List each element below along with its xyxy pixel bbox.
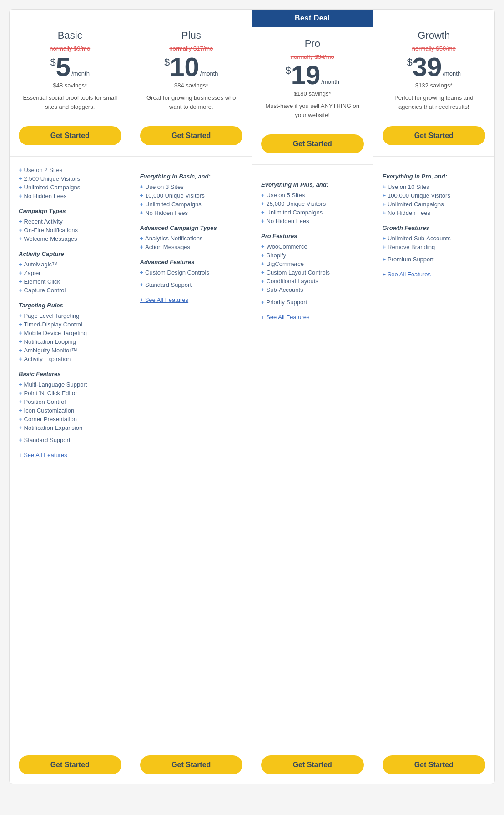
feature-item: +Use on 10 Sites — [383, 183, 486, 191]
feature-item: +No Hidden Fees — [140, 209, 243, 217]
feature-text: Corner Presentation — [24, 416, 77, 423]
feature-text: 10,000 Unique Visitors — [145, 192, 205, 199]
price-display-pro: $ 19 /month — [261, 62, 364, 88]
plus-icon: + — [19, 416, 22, 423]
plus-icon: + — [140, 192, 144, 199]
plan-footer-basic: Get Started — [10, 748, 131, 784]
price-amount-growth: 39 — [413, 54, 442, 80]
plus-icon: + — [19, 424, 22, 431]
feature-text: Use on 5 Sites — [267, 192, 305, 199]
plus-icon: + — [383, 192, 386, 199]
feature-item: +Priority Support — [261, 298, 364, 306]
feature-text: Recent Activity — [24, 218, 63, 225]
feature-item: +No Hidden Fees — [261, 217, 364, 225]
feature-section: Targeting Rules — [19, 302, 121, 309]
get-started-btn-bottom-basic[interactable]: Get Started — [19, 755, 121, 774]
plan-col-plus: Plusnormally $17/mo $ 10 /month $84 savi… — [131, 10, 252, 784]
feature-item: +Custom Design Controls — [140, 268, 243, 277]
plus-icon: + — [19, 398, 22, 405]
price-amount-pro: 19 — [291, 62, 321, 88]
feature-text: Use on 3 Sites — [145, 183, 184, 190]
feature-item: +Unlimited Campaigns — [140, 200, 243, 209]
feature-text: No Hidden Fees — [24, 193, 67, 199]
feature-text: Custom Design Controls — [145, 269, 209, 276]
feature-text: Icon Customization — [24, 407, 75, 414]
feature-item: +Action Messages — [140, 243, 243, 251]
plus-icon: + — [19, 167, 22, 173]
savings-plus: $84 savings* — [140, 82, 243, 89]
feature-item: +No Hidden Fees — [19, 192, 121, 200]
plus-icon: + — [140, 235, 144, 242]
feature-text: Unlimited Campaigns — [24, 184, 81, 191]
see-all-link-basic[interactable]: + See All Features — [19, 452, 67, 458]
feature-text: No Hidden Fees — [267, 218, 309, 224]
feature-section: Campaign Types — [19, 208, 121, 214]
plus-icon: + — [261, 278, 265, 285]
see-all-link-plus[interactable]: + See All Features — [140, 296, 189, 303]
pricing-grid: Basicnormally $9/mo $ 5 /month $48 savin… — [10, 10, 494, 784]
original-price-pro: normally $34/mo — [261, 53, 364, 60]
see-all-link-pro[interactable]: + See All Features — [261, 314, 310, 321]
price-dollar-basic: $ — [50, 57, 56, 67]
plan-header-pro: Pronormally $34/mo $ 19 /month $180 savi… — [252, 27, 373, 165]
feature-item: +WooCommerce — [261, 242, 364, 251]
plus-icon: + — [140, 209, 144, 216]
plus-icon: + — [261, 252, 265, 259]
price-display-basic: $ 5 /month — [19, 54, 121, 80]
price-period-basic: /month — [71, 71, 90, 76]
plus-icon: + — [383, 183, 386, 190]
get-started-btn-bottom-growth[interactable]: Get Started — [383, 755, 486, 774]
plan-description-basic: Essential social proof tools for small s… — [19, 93, 121, 119]
plan-name-pro: Pro — [261, 38, 364, 50]
get-started-btn-top-growth[interactable]: Get Started — [383, 126, 486, 145]
feature-text: Priority Support — [267, 299, 307, 306]
feature-section: Pro Features — [261, 233, 364, 239]
feature-text: Use on 2 Sites — [24, 167, 63, 173]
feature-item: +Analytics Notifications — [140, 234, 243, 243]
feature-item: +Corner Presentation — [19, 415, 121, 423]
get-started-btn-bottom-plus[interactable]: Get Started — [140, 755, 243, 774]
get-started-btn-bottom-pro[interactable]: Get Started — [261, 755, 364, 774]
feature-text: Custom Layout Controls — [267, 269, 330, 276]
plus-icon: + — [140, 269, 144, 276]
price-period-growth: /month — [443, 71, 461, 76]
plan-description-growth: Perfect for growing teams and agencies t… — [383, 93, 486, 119]
price-dollar-pro: $ — [285, 66, 291, 76]
feature-text: AutoMagic™ — [24, 261, 58, 268]
feature-text: 2,500 Unique Visitors — [24, 175, 80, 182]
feature-item: +Notification Looping — [19, 337, 121, 346]
feature-item: +25,000 Unique Visitors — [261, 199, 364, 208]
feature-text: No Hidden Fees — [388, 209, 430, 216]
feature-section: Growth Features — [383, 224, 486, 231]
price-dollar-growth: $ — [407, 57, 412, 67]
feature-section-bold: Everything in Plus, and: — [261, 181, 364, 188]
feature-item: +Notification Expansion — [19, 423, 121, 432]
price-period-pro: /month — [321, 79, 339, 85]
savings-basic: $48 savings* — [19, 82, 121, 89]
plus-icon: + — [19, 184, 22, 191]
feature-text: Timed-Display Control — [24, 321, 82, 328]
plus-icon: + — [261, 218, 265, 224]
get-started-btn-top-basic[interactable]: Get Started — [19, 126, 121, 145]
feature-text: Welcome Messages — [24, 235, 77, 242]
plus-icon: + — [261, 269, 265, 276]
feature-text: Conditional Layouts — [267, 278, 318, 285]
get-started-btn-top-pro[interactable]: Get Started — [261, 134, 364, 153]
see-all-link-growth[interactable]: + See All Features — [383, 271, 431, 278]
plus-icon: + — [19, 338, 22, 345]
plus-icon: + — [261, 286, 265, 293]
plus-icon: + — [19, 407, 22, 414]
feature-item: +Unlimited Sub-Accounts — [383, 234, 486, 243]
plan-description-plus: Great for growing businesses who want to… — [140, 93, 243, 119]
plus-icon: + — [19, 270, 22, 276]
plan-col-pro: Best DealPronormally $34/mo $ 19 /month … — [252, 10, 373, 784]
original-price-plus: normally $17/mo — [140, 45, 243, 52]
feature-text: Element Click — [24, 278, 60, 285]
plus-icon: + — [383, 201, 386, 208]
get-started-btn-top-plus[interactable]: Get Started — [140, 126, 243, 145]
plus-icon: + — [383, 235, 386, 242]
plus-icon: + — [140, 183, 144, 190]
plus-icon: + — [261, 192, 265, 199]
plus-icon: + — [261, 260, 265, 267]
plus-icon: + — [140, 201, 144, 208]
